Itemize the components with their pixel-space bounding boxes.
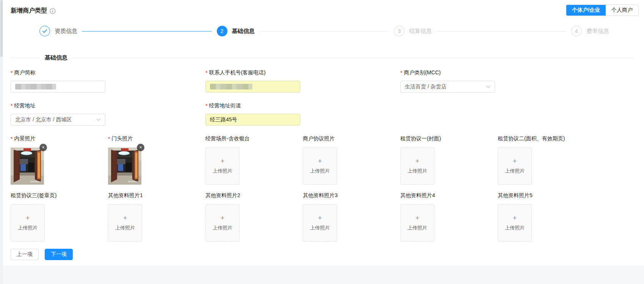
left-scrollbar-track: [0, 0, 3, 284]
upload-button-text: 上传照片: [115, 224, 135, 231]
upload-photo-button[interactable]: + 上传照片: [400, 147, 434, 185]
upload-field: 商户协议照片 + 上传照片: [303, 135, 400, 185]
step-1-check-icon: [39, 26, 50, 36]
upload-photo-button[interactable]: + 上传照片: [498, 147, 532, 185]
next-step-button[interactable]: 下一项: [45, 249, 73, 260]
address-street-input[interactable]: 经三路45号: [205, 114, 300, 126]
upload-button-text: 上传照片: [310, 224, 330, 231]
upload-photo-button[interactable]: + 上传照片: [303, 147, 337, 185]
merchant-form-card: 新增商户类型 个体户/企业 个人商户 资质信息 2 基础信息 3: [0, 0, 644, 265]
upload-photo-button[interactable]: + 上传照片: [11, 204, 45, 242]
upload-button-text: 上传照片: [213, 168, 232, 174]
step-basic-info: 2 基础信息: [217, 26, 394, 36]
upload-button-text: 上传照片: [407, 168, 427, 174]
steps-bar: 资质信息 2 基础信息 3 结算信息 4 费率信息: [39, 26, 614, 36]
section-divider: 基础信息: [11, 54, 633, 61]
upload-field: 经营场所-含收银台 + 上传照片: [205, 135, 303, 185]
field-contact-phone: * 联系人手机号(客服电话): [205, 69, 300, 93]
contact-phone-input[interactable]: [205, 81, 300, 93]
upload-field-label: 租赁协议三(签章页): [11, 192, 108, 199]
plus-icon: +: [513, 215, 517, 221]
plus-icon: +: [26, 215, 30, 221]
mcc-select[interactable]: 生活百货 / 杂货店: [400, 81, 495, 93]
step-connector-1: [82, 31, 212, 31]
upload-field-label: 经营场所-含收银台: [205, 135, 303, 143]
upload-field-label: 其他资料照片2: [205, 192, 303, 199]
upload-field-label: 其他资料照片4: [400, 192, 498, 199]
page-title: 新增商户类型: [11, 7, 56, 15]
merchant-short-name-input[interactable]: [11, 81, 105, 93]
remove-photo-button[interactable]: ×: [39, 144, 47, 151]
plus-icon: +: [221, 158, 225, 165]
upload-row-2: 租赁协议三(签章页) + 上传照片 其他资料照片1 + 上传照片 其他资料照片2…: [11, 192, 595, 242]
plus-icon: +: [513, 158, 517, 165]
toggle-option-personal[interactable]: 个人商户: [606, 5, 638, 16]
upload-photo-button[interactable]: + 上传照片: [400, 204, 434, 242]
page-title-text: 新增商户类型: [11, 7, 47, 15]
step-connector-2: [259, 31, 389, 31]
upload-button-text: 上传照片: [18, 224, 38, 231]
upload-button-text: 上传照片: [310, 168, 330, 174]
field-mcc: * 商户类别(MCC) 生活百货 / 杂货店: [400, 69, 495, 93]
section-title: 基础信息: [45, 54, 67, 61]
uploaded-photo-thumbnail[interactable]: ×: [108, 147, 141, 185]
prev-step-button[interactable]: 上一项: [11, 249, 39, 260]
chevron-down-icon: [96, 118, 101, 121]
plus-icon: +: [221, 215, 225, 221]
storefront-photo: [108, 147, 141, 185]
business-address-cascader[interactable]: 北京市 / 北京市 / 西城区: [11, 114, 105, 126]
step-rate-info: 4 费率信息: [571, 26, 614, 36]
required-mark: *: [205, 70, 207, 76]
step-2-number: 2: [217, 26, 227, 36]
mcc-label: 商户类别(MCC): [404, 69, 440, 76]
upload-photo-button[interactable]: + 上传照片: [205, 147, 240, 185]
upload-photo-button[interactable]: + 上传照片: [498, 204, 532, 242]
address-street-label: 经营地址街道: [209, 102, 241, 109]
upload-button-text: 上传照片: [505, 168, 525, 174]
upload-field-label: *门头照片: [108, 135, 205, 143]
upload-field: 其他资料照片3 + 上传照片: [303, 192, 400, 242]
upload-field: 其他资料照片1 + 上传照片: [108, 192, 205, 242]
remove-photo-button[interactable]: ×: [137, 144, 144, 151]
upload-field-label: 商户协议照片: [303, 135, 400, 143]
address-street-value: 经三路45号: [210, 116, 237, 123]
redacted-value: [15, 84, 56, 89]
contact-phone-label: 联系人手机号(客服电话): [209, 69, 265, 76]
required-mark: *: [11, 70, 13, 76]
required-mark: *: [400, 70, 402, 76]
upload-field-label: *内景照片: [11, 135, 108, 143]
info-icon[interactable]: [50, 8, 56, 14]
required-mark: *: [205, 103, 207, 109]
plus-icon: +: [318, 215, 322, 221]
close-icon: ×: [42, 145, 44, 150]
step-4-number: 4: [571, 26, 582, 36]
step-3-label: 结算信息: [409, 28, 432, 35]
field-address-street: * 经营地址街道 经三路45号: [205, 102, 300, 126]
toggle-option-company[interactable]: 个体户/企业: [566, 5, 606, 16]
upload-field: 租赁协议二(面积、有效期页) + 上传照片: [498, 135, 595, 185]
upload-button-text: 上传照片: [505, 224, 525, 231]
upload-field-label: 其他资料照片1: [108, 192, 205, 199]
upload-photo-button[interactable]: + 上传照片: [205, 204, 240, 242]
upload-field: *门头照片 ×: [108, 135, 205, 185]
upload-photo-button[interactable]: + 上传照片: [303, 204, 337, 242]
business-address-value: 北京市 / 北京市 / 西城区: [15, 116, 72, 123]
upload-field: 租赁协议一(封面) + 上传照片: [400, 135, 498, 185]
plus-icon: +: [318, 158, 322, 165]
left-scrollbar-thumb[interactable]: [0, 0, 3, 57]
step-3-number: 3: [394, 26, 404, 36]
upload-button-text: 上传照片: [213, 224, 232, 231]
plus-icon: +: [123, 215, 127, 221]
upload-photo-button[interactable]: + 上传照片: [108, 204, 142, 242]
upload-field-label: 租赁协议一(封面): [400, 135, 498, 143]
step-4-label: 费率信息: [586, 28, 609, 35]
plus-icon: +: [415, 158, 420, 165]
merchant-short-name-label: 商户简称: [14, 69, 35, 76]
step-settlement-info: 3 结算信息: [394, 26, 571, 36]
step-qualification-info: 资质信息: [39, 26, 217, 36]
upload-field-label: 其他资料照片3: [303, 192, 400, 199]
step-1-label: 资质信息: [55, 28, 77, 35]
uploaded-photo-thumbnail[interactable]: ×: [11, 147, 44, 185]
upload-field: 租赁协议三(签章页) + 上传照片: [11, 192, 108, 242]
required-mark: *: [11, 103, 13, 109]
